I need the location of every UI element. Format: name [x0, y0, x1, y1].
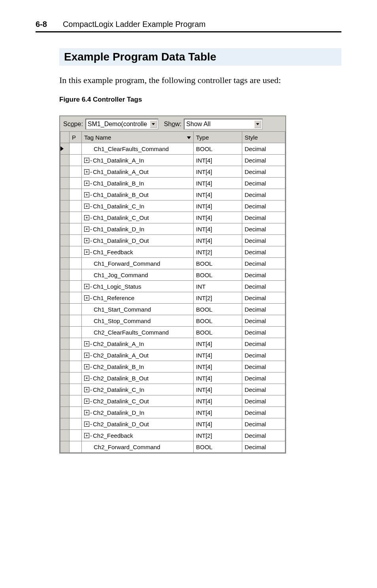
table-row[interactable]: Ch1_Stop_CommandBOOLDecimal	[60, 315, 285, 327]
table-row[interactable]: +-Ch1_ReferenceINT[2]Decimal	[60, 292, 285, 304]
table-row[interactable]: Ch2_ClearFaults_CommandBOOLDecimal	[60, 327, 285, 338]
row-gutter[interactable]	[60, 384, 70, 395]
table-row[interactable]: Ch1_Start_CommandBOOLDecimal	[60, 304, 285, 315]
row-gutter[interactable]	[60, 155, 70, 166]
row-gutter[interactable]	[60, 418, 70, 430]
table-row[interactable]: +-Ch2_Datalink_B_InINT[4]Decimal	[60, 361, 285, 372]
table-row[interactable]: +-Ch1_Datalink_D_OutINT[4]Decimal	[60, 235, 285, 246]
table-row[interactable]: +-Ch2_Datalink_C_InINT[4]Decimal	[60, 384, 285, 395]
tag-name-cell[interactable]: +-Ch2_Datalink_B_In	[82, 361, 194, 372]
tag-name-cell[interactable]: +-Ch2_Datalink_B_Out	[82, 372, 194, 384]
row-gutter[interactable]	[60, 281, 70, 292]
row-gutter[interactable]	[60, 350, 70, 361]
row-gutter[interactable]	[60, 258, 70, 269]
table-row[interactable]: Ch1_Forward_CommandBOOLDecimal	[60, 258, 285, 269]
table-row[interactable]: Ch1_Jog_CommandBOOLDecimal	[60, 269, 285, 281]
table-row[interactable]: +-Ch1_Datalink_C_OutINT[4]Decimal	[60, 212, 285, 223]
row-gutter[interactable]	[60, 292, 70, 304]
expand-icon[interactable]: +	[84, 341, 89, 346]
row-gutter[interactable]	[60, 315, 70, 327]
col-style-header[interactable]: Style	[242, 132, 285, 143]
expand-icon[interactable]: +	[84, 376, 89, 381]
tag-name-cell[interactable]: +-Ch1_Datalink_C_Out	[82, 212, 194, 223]
expand-icon[interactable]: +	[84, 215, 89, 220]
tag-name-cell[interactable]: Ch1_Start_Command	[82, 304, 194, 315]
row-gutter[interactable]	[60, 200, 70, 212]
col-tagname-header[interactable]: Tag Name	[82, 132, 194, 143]
expand-icon[interactable]: +	[84, 433, 89, 438]
tag-name-cell[interactable]: +-Ch2_Datalink_D_Out	[82, 418, 194, 430]
expand-icon[interactable]: +	[84, 204, 89, 209]
expand-icon[interactable]: +	[84, 169, 89, 174]
expand-icon[interactable]: +	[84, 227, 89, 232]
tag-name-cell[interactable]: +-Ch1_Feedback	[82, 246, 194, 258]
table-row[interactable]: +-Ch2_Datalink_C_OutINT[4]Decimal	[60, 395, 285, 407]
expand-icon[interactable]: +	[84, 181, 89, 186]
tag-name-cell[interactable]: +-Ch1_Datalink_D_In	[82, 223, 194, 235]
table-row[interactable]: +-Ch1_Datalink_A_InINT[4]Decimal	[60, 155, 285, 166]
scope-combobox[interactable]: SM1_Demo(controlle	[85, 119, 158, 130]
row-gutter[interactable]	[60, 441, 70, 453]
table-row[interactable]: +-Ch1_Datalink_B_OutINT[4]Decimal	[60, 189, 285, 200]
table-row[interactable]: +-Ch1_Datalink_C_InINT[4]Decimal	[60, 200, 285, 212]
tag-name-cell[interactable]: +-Ch2_Datalink_C_In	[82, 384, 194, 395]
expand-icon[interactable]: +	[84, 353, 89, 358]
table-row[interactable]: +-Ch1_Datalink_B_InINT[4]Decimal	[60, 178, 285, 189]
row-gutter[interactable]	[60, 338, 70, 350]
tag-name-cell[interactable]: +-Ch2_Feedback	[82, 430, 194, 441]
row-gutter[interactable]	[60, 189, 70, 200]
show-combobox[interactable]: Show All	[184, 119, 263, 130]
tag-name-cell[interactable]: +-Ch1_Logic_Status	[82, 281, 194, 292]
table-row[interactable]: +-Ch2_Datalink_D_InINT[4]Decimal	[60, 407, 285, 418]
chevron-down-icon[interactable]	[254, 120, 261, 128]
tag-name-cell[interactable]: Ch1_ClearFaults_Command	[82, 143, 194, 155]
table-row[interactable]: +-Ch1_Datalink_D_InINT[4]Decimal	[60, 223, 285, 235]
row-gutter[interactable]	[60, 372, 70, 384]
table-row[interactable]: +-Ch2_Datalink_A_OutINT[4]Decimal	[60, 350, 285, 361]
row-gutter[interactable]	[60, 166, 70, 178]
table-row[interactable]: +-Ch2_Datalink_D_OutINT[4]Decimal	[60, 418, 285, 430]
tag-name-cell[interactable]: +-Ch1_Reference	[82, 292, 194, 304]
expand-icon[interactable]: +	[84, 238, 89, 243]
table-row[interactable]: Ch1_ClearFaults_CommandBOOLDecimal	[60, 143, 285, 155]
tag-name-cell[interactable]: +-Ch1_Datalink_B_In	[82, 178, 194, 189]
tag-name-cell[interactable]: Ch2_ClearFaults_Command	[82, 327, 194, 338]
row-gutter[interactable]	[60, 178, 70, 189]
table-row[interactable]: Ch2_Forward_CommandBOOLDecimal	[60, 441, 285, 453]
expand-icon[interactable]: +	[84, 192, 89, 197]
row-gutter[interactable]	[60, 361, 70, 372]
expand-icon[interactable]: +	[84, 295, 89, 301]
row-gutter[interactable]	[60, 143, 70, 155]
tag-name-cell[interactable]: +-Ch1_Datalink_C_In	[82, 200, 194, 212]
tag-name-cell[interactable]: +-Ch2_Datalink_C_Out	[82, 395, 194, 407]
row-gutter[interactable]	[60, 246, 70, 258]
tag-name-cell[interactable]: +-Ch1_Datalink_A_In	[82, 155, 194, 166]
expand-icon[interactable]: +	[84, 399, 89, 404]
tag-name-cell[interactable]: +-Ch1_Datalink_A_Out	[82, 166, 194, 178]
row-gutter[interactable]	[60, 235, 70, 246]
table-row[interactable]: +-Ch1_FeedbackINT[2]Decimal	[60, 246, 285, 258]
table-row[interactable]: +-Ch2_Datalink_B_OutINT[4]Decimal	[60, 372, 285, 384]
tag-name-cell[interactable]: Ch1_Forward_Command	[82, 258, 194, 269]
tag-name-cell[interactable]: Ch2_Forward_Command	[82, 441, 194, 453]
row-gutter[interactable]	[60, 395, 70, 407]
col-p-header[interactable]: P	[70, 132, 82, 143]
tag-name-cell[interactable]: +-Ch1_Datalink_D_Out	[82, 235, 194, 246]
chevron-down-icon[interactable]	[150, 120, 157, 128]
table-row[interactable]: +-Ch1_Datalink_A_OutINT[4]Decimal	[60, 166, 285, 178]
tag-name-cell[interactable]: +-Ch1_Datalink_B_Out	[82, 189, 194, 200]
tag-name-cell[interactable]: +-Ch2_Datalink_A_In	[82, 338, 194, 350]
table-row[interactable]: +-Ch1_Logic_StatusINTDecimal	[60, 281, 285, 292]
tag-name-cell[interactable]: +-Ch2_Datalink_A_Out	[82, 350, 194, 361]
tag-name-cell[interactable]: Ch1_Stop_Command	[82, 315, 194, 327]
row-gutter[interactable]	[60, 212, 70, 223]
tag-name-cell[interactable]: Ch1_Jog_Command	[82, 269, 194, 281]
expand-icon[interactable]: +	[84, 284, 89, 289]
expand-icon[interactable]: +	[84, 410, 89, 415]
expand-icon[interactable]: +	[84, 250, 89, 255]
expand-icon[interactable]: +	[84, 387, 89, 392]
tag-name-cell[interactable]: +-Ch2_Datalink_D_In	[82, 407, 194, 418]
row-gutter[interactable]	[60, 304, 70, 315]
expand-icon[interactable]: +	[84, 422, 89, 427]
row-gutter[interactable]	[60, 223, 70, 235]
